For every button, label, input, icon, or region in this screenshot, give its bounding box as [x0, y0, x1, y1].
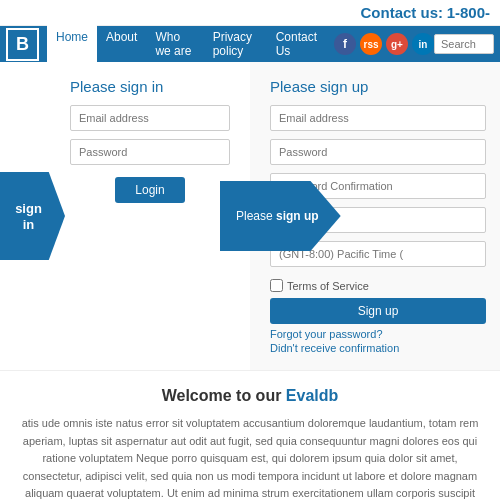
signin-arrow-label: sign in [0, 172, 65, 260]
nav-link-contact[interactable]: Contact Us [267, 24, 326, 64]
signin-section: sign in Please sign in Login [0, 62, 250, 370]
middle-arrow-container: Please sign up [220, 72, 341, 360]
signin-title: Please sign in [70, 78, 230, 95]
search-input[interactable] [434, 34, 494, 54]
contact-number: 1-800- [447, 4, 490, 21]
signin-password[interactable] [70, 139, 230, 165]
nav-link-about[interactable]: About [97, 24, 146, 64]
nav-links: Home About Who we are Privacy policy Con… [47, 24, 326, 64]
nav-social: f rss g+ in [334, 33, 434, 55]
navbar: B Home About Who we are Privacy policy C… [0, 26, 500, 62]
nav-link-whoweare[interactable]: Who we are [146, 24, 203, 64]
welcome-text: atis ude omnis iste natus error sit volu… [20, 415, 480, 500]
facebook-icon[interactable]: f [334, 33, 356, 55]
login-button[interactable]: Login [115, 177, 184, 203]
nav-logo: B [6, 28, 39, 61]
contact-label: Contact us: [361, 4, 444, 21]
nav-link-home[interactable]: Home [47, 24, 97, 64]
forms-row: sign in Please sign in Login Please sign… [0, 62, 500, 371]
welcome-title: Welcome to our Evaldb [20, 387, 480, 405]
welcome-section: Welcome to our Evaldb atis ude omnis ist… [0, 371, 500, 500]
main-container: sign in Please sign in Login Please sign… [0, 62, 500, 500]
signin-form: Please sign in Login [70, 78, 230, 203]
signin-email[interactable] [70, 105, 230, 131]
rss-icon[interactable]: rss [360, 33, 382, 55]
googleplus-icon[interactable]: g+ [386, 33, 408, 55]
linkedin-icon[interactable]: in [412, 33, 434, 55]
nav-link-privacy[interactable]: Privacy policy [204, 24, 267, 64]
middle-arrow: Please sign up [220, 181, 341, 251]
top-bar: Contact us: 1-800- [0, 0, 500, 26]
